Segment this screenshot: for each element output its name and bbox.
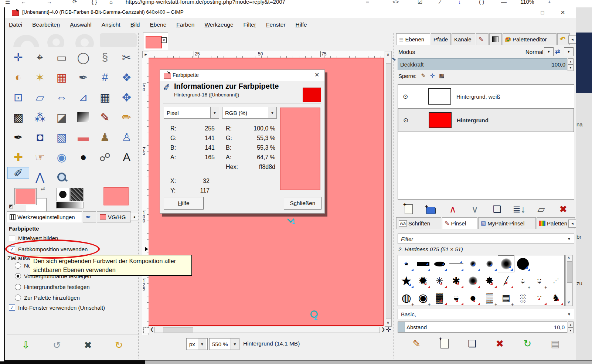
raise-layer-button[interactable]: ∧ — [443, 202, 463, 217]
code-icon[interactable]: <> — [392, 0, 399, 5]
menu-item-fenster[interactable]: Fenster — [266, 21, 286, 28]
brush-item[interactable]: ✹ — [415, 272, 431, 289]
tool-free-select[interactable]: § — [94, 47, 116, 67]
tool-grid-transform[interactable]: ▦ — [94, 87, 116, 107]
brush-item[interactable]: ∷ — [531, 272, 548, 289]
brush-item[interactable] — [465, 272, 481, 289]
url-text[interactable]: https://gimp-werkstatt-forum.de/posting.… — [126, 0, 285, 5]
blend-space-dropdown-button[interactable]: ▼ — [564, 47, 574, 56]
refresh-brushes-button[interactable]: ↻ — [518, 336, 538, 351]
visibility-eye-icon[interactable]: ⊙ — [398, 116, 413, 124]
browser-zoom-level[interactable]: 110% — [520, 0, 534, 5]
minimize-button[interactable]: – — [517, 8, 530, 17]
panel-splitter-right[interactable] — [393, 33, 395, 358]
radio-zur-palette-hinzuf-gen[interactable]: Zur Palette hinzufügen — [15, 295, 91, 301]
tab-ebenen[interactable]: ≣ Ebenen — [396, 33, 430, 45]
tool-perspective-clone[interactable]: ♙ — [116, 127, 137, 147]
brush-item[interactable]: ◍ — [398, 289, 415, 306]
active-gradient-indicator[interactable] — [56, 202, 84, 208]
menu-item-ebene[interactable]: Ebene — [150, 21, 166, 28]
zoom-select[interactable]: 550 %▼ — [209, 338, 239, 350]
tool-pattern-fill[interactable]: ▩ — [7, 107, 29, 127]
delete-layer-button[interactable]: ✖ — [553, 202, 573, 217]
tool-calligraphy[interactable]: ✒ — [7, 127, 29, 147]
spacing-spinner[interactable]: ▲ ▼ — [568, 322, 574, 333]
tool-scissors-select[interactable]: ✂ — [116, 47, 137, 67]
tool-rect-select[interactable]: ▭ — [51, 47, 72, 67]
horizontal-scrollbar[interactable] — [154, 327, 380, 333]
tab-paletteneditor[interactable]: Paletteneditor — [503, 33, 557, 45]
visibility-eye-icon[interactable]: ⊙ — [398, 93, 413, 101]
spin-up-icon[interactable]: ▲ — [568, 58, 574, 65]
brush-item[interactable]: ▓ — [431, 289, 448, 306]
chevron-down-icon[interactable]: ▼ — [567, 312, 574, 316]
spin-up-icon[interactable]: ▲ — [568, 322, 574, 327]
tool-align[interactable]: ⌖ — [29, 47, 51, 67]
tab-mypaint-pinsel[interactable]: ▧ MyPaint-Pinsel — [478, 217, 536, 229]
close-button[interactable]: ✕ — [557, 8, 569, 17]
chevron-down-icon[interactable]: ▼ — [210, 107, 219, 118]
merge-down-button[interactable]: ≣↓ — [509, 202, 529, 217]
tool-measure[interactable]: ⋀ — [29, 167, 51, 187]
tab-brush-cup[interactable]: ✒ — [83, 211, 96, 222]
save-options-button[interactable]: ⇩ — [16, 338, 36, 353]
image-tab-close-icon[interactable]: ✕ — [161, 37, 167, 43]
layer-row[interactable]: ⊙Hintergrund, weiß — [398, 85, 574, 108]
download-icon[interactable]: ↓ — [458, 0, 461, 5]
brush-item[interactable]: ✳ — [431, 272, 448, 289]
tool-bucket-fill[interactable]: ◪ — [51, 107, 72, 127]
maximize-button[interactable]: □ — [536, 8, 549, 17]
chevron-down-icon[interactable]: ▼ — [268, 107, 276, 118]
tool-color-picker[interactable]: ✐ — [7, 167, 29, 179]
layer-row[interactable]: ⊙Hintergrund — [398, 108, 574, 132]
scroll-right-icon[interactable]: ❯ — [381, 327, 385, 332]
brush-item[interactable]: ░ — [514, 289, 531, 306]
brush-item[interactable]: ✱ — [448, 272, 465, 289]
pan-view-icon[interactable]: ✛ — [386, 326, 391, 334]
brush-item[interactable]: ● — [465, 289, 481, 306]
image-tab[interactable]: ✕ — [143, 33, 168, 50]
pen-icon[interactable]: ∕ — [440, 0, 441, 5]
vertical-scroll-thumb[interactable] — [386, 63, 391, 319]
reset-options-button[interactable]: ↻ — [109, 338, 129, 353]
tab-undo-history[interactable]: ↶ — [557, 33, 570, 45]
dialog-close-icon[interactable]: ✕ — [314, 71, 319, 78]
scroll-left-icon[interactable]: ❮ — [150, 327, 154, 332]
brush-item[interactable]: ◒ — [448, 289, 465, 306]
tool-crop[interactable]: # — [94, 67, 116, 87]
tool-ink-bottle[interactable]: ◘ — [29, 127, 51, 147]
new-layer-button[interactable] — [399, 202, 419, 217]
parens-icon[interactable]: ( ) — [479, 0, 484, 5]
brush-item[interactable] — [431, 255, 448, 272]
tab-schriften[interactable]: Aa Schriften — [396, 217, 441, 229]
menu-item-farben[interactable]: Farben — [176, 21, 194, 28]
home-icon[interactable]: ⌂ — [109, 0, 113, 5]
menu-item-datei[interactable]: Datei — [9, 21, 22, 28]
reader-icon[interactable]: ≡ — [366, 0, 369, 5]
tab-gradient-editor[interactable] — [489, 33, 502, 45]
foreground-color-swatch[interactable] — [15, 188, 36, 205]
brush-item[interactable]: ★ — [398, 272, 415, 289]
lock-position-icon[interactable]: ✛ — [430, 72, 435, 79]
tool-text[interactable]: A — [116, 147, 137, 167]
tool-smudge[interactable]: ☞ — [29, 147, 51, 167]
tool-foreground-select[interactable]: ◐ — [7, 67, 29, 87]
close-dialog-button[interactable]: Schließen — [284, 197, 321, 210]
brush-item[interactable] — [514, 255, 531, 272]
tool-scale[interactable]: ⊡ — [7, 87, 29, 107]
brush-item[interactable]: ◉ — [415, 289, 431, 306]
mode-dropdown-button[interactable]: ▼ — [544, 47, 554, 56]
tool-3d-transform[interactable]: ⁂ — [29, 107, 51, 127]
tab-pinsel[interactable]: ✎ Pinsel — [442, 217, 477, 229]
brush-item[interactable] — [448, 255, 465, 272]
tool-mypaint-brush[interactable]: ▧ — [51, 127, 72, 147]
new-brush-button[interactable] — [435, 336, 455, 351]
dock-menu-button[interactable]: ◄ — [130, 213, 138, 221]
edit-brush-button[interactable]: ✎ — [407, 336, 427, 351]
spacing-slider[interactable]: Abstand 10,0 — [398, 322, 567, 333]
brush-scroll-thumb[interactable] — [567, 261, 572, 283]
menu-item-bild[interactable]: Bild — [130, 21, 140, 28]
tool-heal[interactable]: ✚ — [7, 147, 29, 167]
vertical-scrollbar[interactable]: ∧ ∨ — [385, 51, 392, 327]
vertical-ruler[interactable]: 50 75 100 125 — [142, 58, 149, 352]
